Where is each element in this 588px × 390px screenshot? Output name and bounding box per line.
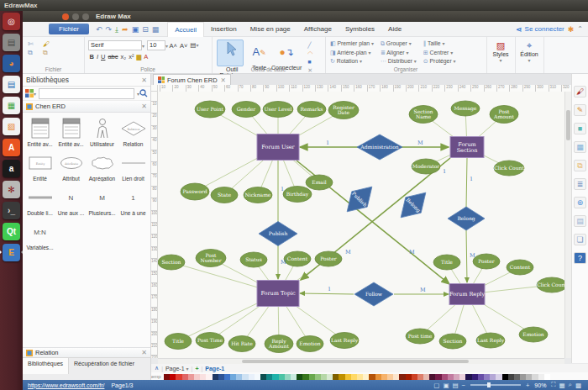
close-relation-icon[interactable]: ✕: [141, 349, 147, 356]
attribute-post-amount[interactable]: PostAmount: [490, 106, 518, 124]
attribute-poster[interactable]: Poster: [315, 251, 342, 266]
arrière-plan-button[interactable]: ◨ Arrière-plan ▾: [330, 49, 374, 58]
format-I-button[interactable]: I: [97, 52, 98, 61]
library-shape-attribut[interactable]: AttributeAttribut: [55, 149, 87, 183]
format-abc-button[interactable]: abc: [108, 52, 118, 61]
attribute-reply-amount[interactable]: ReplyAmount: [265, 335, 293, 353]
attribute-message[interactable]: Message: [451, 101, 480, 116]
collapse-pages-icon[interactable]: ∧: [155, 365, 159, 372]
tab-aide[interactable]: Aide: [381, 22, 408, 37]
attribute-content[interactable]: Content: [507, 260, 533, 275]
entity-forum-topic[interactable]: Forum Topic: [257, 281, 299, 307]
attribute-post-number[interactable]: PostNumber: [196, 250, 226, 267]
attribute-birthday[interactable]: Birthday: [283, 187, 312, 203]
horizontal-scrollbar-thumb[interactable]: [242, 360, 469, 363]
share-icon[interactable]: ⋖: [516, 25, 522, 34]
library-shape-plusieurs-[interactable]: MPlusieurs...: [87, 183, 118, 218]
attribute-moderator[interactable]: Moderator: [412, 159, 440, 174]
settings-icon[interactable]: ✻: [3, 181, 20, 198]
library-shape-variables-[interactable]: M:NVariables...: [24, 218, 55, 252]
attribute-title[interactable]: Title: [433, 255, 460, 270]
relationship-publish[interactable]: Publish: [259, 222, 297, 246]
note-icon[interactable]: ≣: [574, 178, 586, 190]
close-document-icon[interactable]: ✕: [221, 76, 226, 84]
comment-icon[interactable]: ❏: [574, 234, 586, 245]
view-mode-outline-icon[interactable]: ▣: [443, 382, 449, 389]
more-icon[interactable]: ▦: [152, 24, 160, 35]
attribute-hit-rate[interactable]: Hit Rate: [228, 336, 255, 352]
collapse-ribbon-icon[interactable]: ⌃: [577, 25, 583, 33]
attribute-register-date[interactable]: RegisterDate: [328, 102, 359, 119]
firefox-icon[interactable]: ◕: [3, 55, 20, 72]
software-center-icon[interactable]: A: [3, 139, 20, 156]
zoom-level[interactable]: 90%: [534, 382, 546, 388]
undo-icon[interactable]: ↶: [96, 24, 102, 35]
print-icon[interactable]: ⊟: [142, 24, 149, 35]
drawing-canvas[interactable]: User PointGenderUser LevelRemarksRegiste…: [158, 92, 564, 358]
attribute-last-reply[interactable]: Last Reply: [330, 333, 359, 349]
protéger-button[interactable]: ⊙ Protéger ▾: [423, 57, 456, 66]
library-tab-0[interactable]: Bibliothèques: [23, 358, 69, 374]
tab-symboles[interactable]: Symboles: [339, 22, 381, 37]
vertical-scrollbar-thumb[interactable]: [566, 110, 570, 140]
copy-style-icon[interactable]: ⧉: [574, 160, 586, 171]
taille-button[interactable]: ∥ Taille ▾: [423, 40, 456, 49]
libreoffice-writer-icon[interactable]: ▤: [3, 76, 20, 93]
attribute-section-name[interactable]: SectionName: [409, 106, 438, 124]
hyperlink-icon[interactable]: ⊛: [574, 197, 586, 208]
rotation-button[interactable]: ↻ Rotation ▾: [330, 57, 374, 66]
libreoffice-impress-icon[interactable]: ▧: [3, 118, 20, 135]
arc-tool-icon[interactable]: ◠: [307, 50, 318, 58]
attribute-post-time[interactable]: Post time: [406, 329, 434, 344]
status-url-link[interactable]: https://www.edrawsoft.com/fr/: [28, 382, 104, 388]
attribute-post-time[interactable]: Post Time: [196, 333, 224, 349]
library-shape-relation[interactable]: RelationRelation: [118, 114, 149, 149]
format-painter-icon[interactable]: 🖌: [574, 86, 586, 98]
entity-forum-reply[interactable]: Forum Reply: [449, 284, 486, 305]
view-mode-normal-icon[interactable]: ▢: [433, 382, 439, 389]
help-icon[interactable]: ?: [574, 252, 586, 264]
attribute-emotion[interactable]: Emotion: [519, 327, 548, 342]
import-icon[interactable]: ⤓: [115, 24, 118, 35]
library-shape-utilisateur[interactable]: Utilisateur: [87, 114, 118, 149]
centrer-button[interactable]: ⊞ Centrer ▾: [423, 49, 456, 58]
close-library-icon[interactable]: ✕: [141, 76, 147, 84]
library-shape-une-aux-[interactable]: NUne aux ...: [55, 183, 87, 218]
qt-creator-icon[interactable]: Qt: [3, 223, 20, 240]
attribute-nickname[interactable]: Nickname: [244, 187, 272, 203]
relationship-administration[interactable]: Administration: [357, 134, 402, 160]
libreoffice-calc-icon[interactable]: ▦: [3, 97, 20, 114]
font-family-select[interactable]: Serif: [88, 40, 142, 50]
attribute-click-count[interactable]: Click Count: [494, 161, 524, 176]
distribuer-button[interactable]: ⋯ Distribuer ▾: [381, 57, 417, 66]
attribute-section[interactable]: Section: [158, 255, 185, 270]
attribute-password[interactable]: Password: [181, 183, 209, 200]
attribute-emotion[interactable]: Emotion: [297, 336, 323, 352]
settings-gear-icon[interactable]: ✱: [568, 25, 575, 34]
redo-icon[interactable]: ↷: [106, 24, 113, 35]
relationship-belong-2[interactable]: Belong: [393, 185, 433, 225]
library-shape-double-li-[interactable]: Double li...: [24, 183, 55, 218]
tab-accueil[interactable]: Accueil: [167, 22, 204, 37]
edit-button[interactable]: ⌖ Édition▾: [515, 40, 543, 63]
amazon-icon[interactable]: a: [3, 160, 20, 177]
highlight-button[interactable]: ▆: [136, 52, 141, 61]
tab-mise-en-page[interactable]: Mise en page: [244, 22, 297, 37]
pan-zoom-icon[interactable]: ▦: [559, 382, 565, 389]
relationship-connector[interactable]: [466, 229, 467, 282]
library-section-header[interactable]: Chen ERD ✕: [23, 101, 150, 113]
library-menu-icon[interactable]: [25, 89, 34, 98]
attribute-last-reply[interactable]: Last Reply: [476, 333, 505, 348]
styles-button[interactable]: ▨ Styles▾: [486, 40, 515, 63]
relationship-connector[interactable]: [466, 158, 467, 208]
minimize-window-button[interactable]: [72, 13, 79, 20]
aligner-button[interactable]: ≣ Aligner ▾: [381, 49, 417, 58]
maximize-window-button[interactable]: [82, 13, 89, 20]
line-tool-icon[interactable]: ╱: [307, 41, 318, 50]
format-B-button[interactable]: B: [90, 52, 94, 61]
tab-affichage[interactable]: Affichage: [297, 22, 339, 37]
file-menu-button[interactable]: Fichier: [49, 24, 89, 34]
shrink-font-button[interactable]: A˅: [180, 41, 187, 50]
grouper-button[interactable]: ⧉ Grouper ▾: [381, 40, 417, 49]
zoom-slider[interactable]: [470, 384, 521, 386]
